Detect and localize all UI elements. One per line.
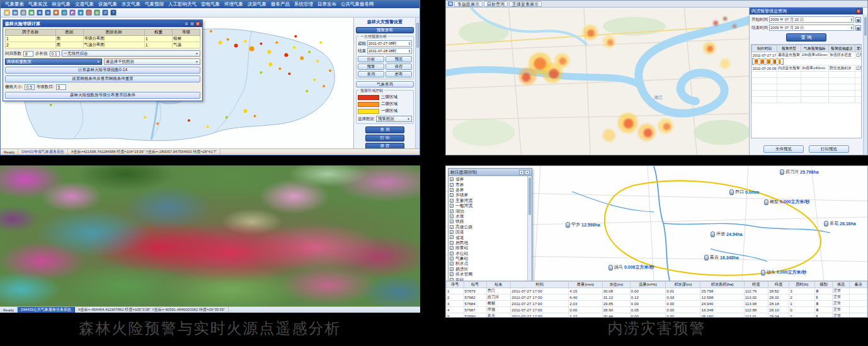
interfere-layer-select[interactable]: 请选择干扰图层▼ [104,59,201,65]
toolbar-icon[interactable]: ◫ [86,9,92,16]
fire-map-area[interactable]: 长沙市 森林火险等级计算 – □ ✕ 因子名称图层图层名称权重等级1面等级分布图… [1,18,353,148]
panel-scrollbar[interactable] [415,18,420,148]
checkbox-checked-icon[interactable]: ✓ [450,235,454,239]
table-row[interactable]: 2011-07-27 17暴雨蓝色预警24h雨量≥50mm加强排水巡查已发 [752,52,862,59]
query-button[interactable]: 查 询 [786,33,826,42]
action-button[interactable]: 分析 [358,56,384,62]
menu-item[interactable]: 水文气象 [120,1,142,8]
table-row[interactable]: 257682捞刀河2011-07-27 17:006.4031.120.120.… [447,294,867,301]
table-row[interactable]: 2011-07-26 09内涝蓝色预警3h雨量≥40mm防范道路积水已发 [752,65,862,72]
dialog-title-bar[interactable]: 森林火险等级计算 – □ ✕ [3,20,202,27]
tab[interactable]: 目标查询 [484,1,508,7]
station-marker[interactable]: 宁乡 12.598ha [566,221,600,228]
panel-scrollbar[interactable] [863,14,867,155]
coef-input[interactable]: 8 [23,51,33,57]
table-row[interactable] [752,78,862,84]
fit-select[interactable]: 一元线性拟合▼ [62,50,201,57]
level-count-input[interactable]: 5 [56,84,66,90]
menu-item[interactable]: 设施气象 [96,1,119,8]
flood-map-area[interactable]: 湘江 [446,8,749,155]
tab[interactable]: 主体要素展示 [509,1,542,7]
show-distribution-button[interactable]: 森林火险指数按等级分布显示旧条件 [5,92,200,99]
action-button[interactable]: 预览 [385,56,412,62]
action-button[interactable]: 保存 [385,64,412,70]
end-time-input[interactable]: 2011-07-28 08时 ▲▼ [367,48,412,54]
start-time-input[interactable]: 2011-07-27 08时 ▲▼ [367,40,412,47]
toolbar-icon[interactable]: ◎ [61,9,67,16]
station-marker[interactable]: 黄花 26.16ha [824,220,856,226]
table-row[interactable]: 457687坪塘2011-07-27 17:000.0028.900.050.0… [447,307,867,313]
toolbar-icon[interactable]: ▣ [4,9,10,16]
checkbox-checked-icon[interactable]: ✓ [450,252,454,255]
toolbar-icon[interactable]: ✚ [53,9,59,16]
spinner-down-icon[interactable]: ▼ [408,43,411,46]
toolbar-icon[interactable]: ↺ [102,9,108,16]
station-marker[interactable]: 跳马 0.006立方米/秒 [608,264,654,271]
table-row[interactable]: 2011-07-27 11内涝橙色预警1h雨量≥30mm低洼地段排涝已发 [752,59,784,65]
monitor-map-area[interactable]: 捞刀河 25.798ha 乔口 0.0mm 榔梨 0.000立方米/秒 宁乡 1… [446,166,867,281]
table-row[interactable]: 2面气温分布图1气温 [6,42,200,48]
toolbar-icon[interactable]: ⊖ [45,9,51,16]
scrollbar-thumb[interactable] [864,17,867,36]
table-row[interactable]: 557690暮云2011-07-27 17:001.2730.440.000.0… [447,313,867,318]
menu-item[interactable]: 服务产品 [269,1,292,8]
menu-item[interactable]: 人工影响天气 [166,1,198,8]
layer-panel-title-bar[interactable]: 标注图层控制 ▾ ✕ [448,169,532,176]
table-row[interactable] [752,97,862,103]
checkbox-checked-icon[interactable]: ✓ [450,177,454,181]
checkbox-checked-icon[interactable]: ✓ [450,262,454,265]
checkbox-checked-icon[interactable]: ✓ [450,267,454,271]
checkbox-checked-icon[interactable]: ✓ [450,257,454,260]
menu-item[interactable]: 决策气象 [246,1,268,8]
menu-item[interactable]: 气象预报 [143,1,166,8]
maximize-icon[interactable]: □ [190,21,195,26]
toolbar-icon[interactable]: ▧ [94,9,100,16]
menu-item[interactable]: 林业气象 [50,1,72,8]
table-row[interactable] [752,91,862,97]
menu-item[interactable]: 雷电气象 [199,1,222,8]
close-icon[interactable]: ✕ [856,9,861,14]
station-marker[interactable]: 暮云 16.348ha [704,254,739,260]
station-marker[interactable]: 镇头 0.000立方米/秒 [761,269,806,276]
grid-size-input[interactable]: 0.5 [25,84,35,90]
table-row[interactable]: 1面等级分布图1植被 [6,36,200,42]
tab[interactable]: 专题图展示 [454,1,483,7]
panel-bottom-button[interactable]: 打 印 [365,135,404,142]
station-marker[interactable]: 捞刀河 25.798ha [780,169,819,175]
zone-row[interactable]: 二级区域 [358,101,412,107]
layer-list-scrollbar[interactable] [527,176,532,281]
warning-layer-select[interactable]: 预警图层▼ [376,116,412,122]
station-marker[interactable]: 坪塘 24.94ha [711,231,743,237]
panel-bottom-button[interactable]: 查 询 [365,126,404,133]
close-icon[interactable]: ✕ [195,21,200,26]
checkbox-checked-icon[interactable]: ✓ [450,199,454,203]
menu-item[interactable]: 系统管理 [292,1,315,8]
start-date-input[interactable]: 2009 年 07 月 22 日 ▲▼ [769,16,854,23]
minimize-icon[interactable]: – [184,21,189,26]
scrollbar-thumb[interactable] [528,177,531,215]
action-button[interactable]: 预警 [358,64,384,70]
zone-row[interactable]: 一级区域 [358,108,412,114]
menu-item[interactable]: 交通气象 [73,1,96,8]
checkbox-checked-icon[interactable]: ✓ [450,225,454,229]
checkbox-checked-icon[interactable]: ✓ [450,272,454,276]
toolbar-icon[interactable]: ? [110,9,117,16]
toolbar-icon[interactable]: ◈ [77,9,84,16]
checkbox-checked-icon[interactable]: ✓ [450,220,454,223]
toolbar-icon[interactable]: ▦ [28,9,35,16]
menu-item[interactable]: 公共气象服务网 [339,1,376,8]
station-marker[interactable]: 榔梨 0.000立方米/秒 [764,199,809,205]
checkbox-checked-icon[interactable]: ✓ [450,204,454,208]
checkbox-checked-icon[interactable]: ✓ [450,193,454,197]
file-preview-button[interactable]: 文件预览 [763,145,804,153]
menu-item[interactable]: 环境气象 [222,1,245,8]
station-marker[interactable]: 乔口 0.0mm [729,189,759,195]
spinner-down-icon[interactable]: ▼ [850,20,853,22]
spinner-down-icon[interactable]: ▼ [408,51,411,53]
weight-select[interactable]: 两级权重配置▼ [5,59,102,65]
toolbar-icon[interactable]: ◩ [69,9,76,16]
table-row[interactable] [752,84,862,91]
close-icon[interactable]: ✕ [525,170,530,175]
calendar-icon[interactable]: ▦ [855,17,861,23]
menu-item[interactable]: 目录发布 [316,1,338,8]
